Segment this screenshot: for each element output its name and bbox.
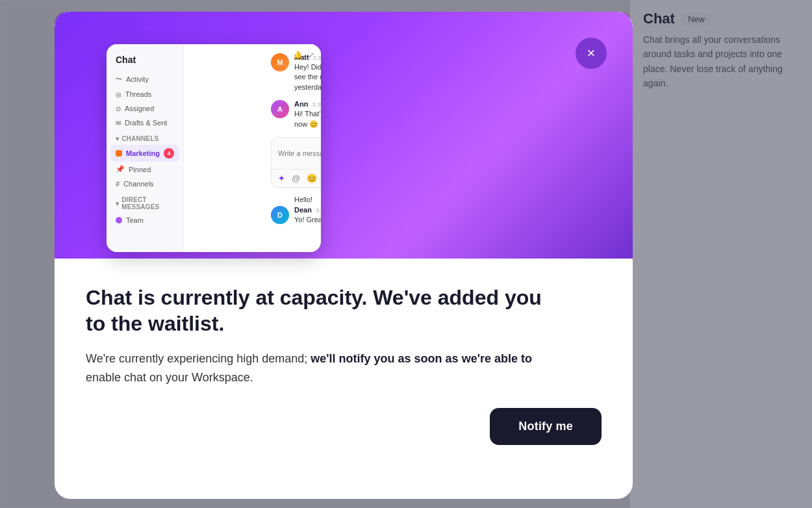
msg-text-ann: Hi! That's what I'm doing right now 😊: [294, 109, 321, 129]
expand-icon[interactable]: ⤢: [308, 51, 314, 60]
channels-section-label: ▾ Channels: [107, 130, 183, 145]
modal-bottom-section: Chat is currently at capacity. We've add…: [55, 259, 633, 434]
message-hello: Hello!: [271, 193, 321, 206]
sidebar-item-pinned[interactable]: 📌 Pinned: [107, 162, 183, 177]
chat-sidebar-title: Chat: [107, 52, 183, 71]
msg-name-ann: Ann: [294, 100, 308, 108]
sidebar-item-drafts[interactable]: ✉ Drafts & Sent: [107, 116, 183, 130]
msg-text-matt: Hey! Did you get a chance to see the mat…: [294, 62, 321, 92]
msg-header-dean: Dean 3:35 pm: [294, 206, 321, 214]
avatar-dean: D: [271, 206, 289, 224]
modal-desc-bold: we'll notify you as soon as we're able t…: [311, 352, 532, 365]
msg-time-dean: 3:35 pm: [316, 207, 321, 214]
mention-icon[interactable]: @: [292, 173, 300, 183]
marketing-badge: 4: [164, 148, 174, 159]
modal-desc-end: enable chat on your Workspace.: [86, 371, 253, 384]
dm-section-label: ▾ Direct Messages: [107, 191, 183, 213]
sidebar-item-marketing[interactable]: Marketing 4: [110, 145, 179, 162]
chevron-down-icon-dm: ▾: [116, 200, 119, 207]
avatar-ann: A: [271, 100, 289, 118]
emoji-icon[interactable]: 😊: [307, 173, 317, 183]
modal-container: × Chat 〜 Activity ◎ Threads ⊙: [55, 12, 633, 499]
msg-header-ann: Ann 3:35 pm: [294, 100, 321, 108]
chat-sidebar: Chat 〜 Activity ◎ Threads ⊙ Assigned ✉: [107, 44, 184, 252]
sidebar-item-threads[interactable]: ◎ Threads: [107, 87, 183, 101]
sidebar-assigned-label: Assigned: [125, 105, 154, 112]
message-input-container: ✦ @ 😊 ▷ 🎤 📎 ➤: [271, 137, 321, 188]
team-avatar: [116, 217, 122, 223]
msg-text-dean: Yo! Great job!: [294, 215, 321, 225]
bell-icon[interactable]: 🔔: [293, 51, 303, 60]
sidebar-item-assigned[interactable]: ⊙ Assigned: [107, 101, 183, 116]
sidebar-drafts-label: Drafts & Sent: [125, 119, 167, 127]
sidebar-item-team[interactable]: Team: [107, 213, 183, 227]
channels-label: Channels: [123, 180, 153, 188]
threads-icon: ◎: [116, 91, 121, 98]
modal-description: We're currently experiencing high demand…: [86, 349, 540, 387]
team-label: Team: [126, 216, 144, 224]
msg-name-dean: Dean: [294, 206, 312, 214]
channels-icon: #: [116, 180, 120, 188]
sidebar-activity-label: Activity: [126, 75, 149, 83]
message-ann: A Ann 3:35 pm Hi! That's what I'm doing …: [271, 100, 321, 129]
msg-content-ann: Ann 3:35 pm Hi! That's what I'm doing ri…: [294, 100, 321, 129]
marketing-channel-label: Marketing: [126, 149, 160, 157]
sparkle-icon[interactable]: ✦: [278, 173, 285, 183]
activity-icon: 〜: [116, 75, 122, 84]
close-button[interactable]: ×: [576, 38, 607, 69]
modal-desc-plain: We're currently experiencing high demand…: [86, 352, 311, 365]
drafts-icon: ✉: [116, 120, 121, 127]
modal-top-section: × Chat 〜 Activity ◎ Threads ⊙: [55, 12, 633, 259]
modal-title: Chat is currently at capacity. We've add…: [86, 285, 566, 337]
sidebar-item-activity[interactable]: 〜 Activity: [107, 71, 183, 87]
sidebar-item-channels[interactable]: # Channels: [107, 177, 183, 191]
sidebar-threads-label: Threads: [125, 90, 151, 98]
pinned-label: Pinned: [129, 166, 151, 173]
message-area: M Matt 3:30 pm Hey! Did you get a chance…: [262, 44, 321, 238]
avatar-matt: M: [271, 53, 289, 71]
chat-main-area: 🔔 ⤢ M Matt 3:30 pm: [262, 44, 321, 252]
msg-content-dean: Dean 3:35 pm Yo! Great job!: [294, 206, 321, 225]
message-input[interactable]: [278, 149, 321, 157]
msg-time-ann: 3:35 pm: [312, 101, 321, 108]
toolbar-icons-row: ✦ @ 😊 ▷ 🎤 📎 ➤: [272, 169, 321, 187]
chat-header-icons: 🔔 ⤢: [293, 51, 314, 60]
message-dean: D Dean 3:35 pm Yo! Great job!: [271, 206, 321, 225]
chevron-down-icon: ▾: [116, 135, 119, 142]
pinned-icon: 📌: [116, 165, 125, 173]
notify-me-button[interactable]: Notify me: [490, 408, 602, 445]
marketing-channel-icon: [116, 150, 122, 157]
chat-preview-ui: Chat 〜 Activity ◎ Threads ⊙ Assigned ✉: [107, 44, 321, 252]
assigned-icon: ⊙: [116, 105, 121, 112]
